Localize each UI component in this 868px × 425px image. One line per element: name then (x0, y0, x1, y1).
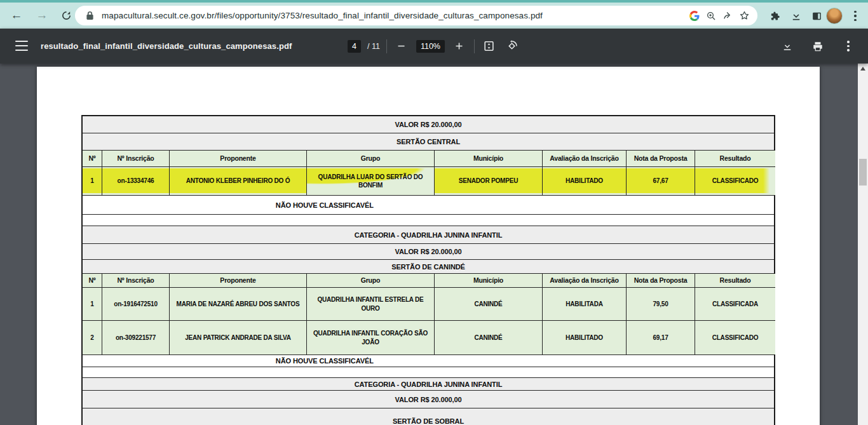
header-cell: Município (435, 274, 543, 287)
cell-text: on-309221577 (116, 334, 156, 342)
band-text: SERTÃO DE SOBRAL (83, 417, 774, 425)
results-table: VALOR R$ 20.000,00SERTÃO CENTRALNºNº Ins… (81, 115, 775, 425)
reload-button[interactable] (56, 5, 76, 25)
table-cell: CANINDÉ (435, 288, 543, 320)
header-cell: Nota da Proposta (627, 151, 695, 166)
google-g-icon[interactable] (686, 8, 703, 24)
toolbar-separator (474, 39, 475, 53)
table-cell: CLASSIFICADA (695, 288, 775, 320)
table-cell: CLASSIFICADO (695, 321, 775, 354)
cell-text: SENADOR POMPEU (459, 177, 518, 186)
column-header-text: Nota da Proposta (634, 154, 688, 163)
table-cell: JEAN PATRICK ANDRADE DA SILVA (170, 321, 307, 354)
header-cell: Proponente (170, 274, 307, 287)
spacer-row (83, 215, 774, 226)
table-cell: 1 (83, 288, 102, 320)
table-cell: 67,67 (627, 167, 695, 195)
downloads-icon[interactable] (788, 8, 804, 24)
cell-text: QUADRILHA LUAR DO SERTÃO DO BONFIM (316, 173, 425, 190)
table-cell: on-13334746 (102, 167, 170, 195)
column-header-text: Avaliação da Inscrição (550, 276, 618, 285)
zoom-level-input[interactable]: 110% (416, 40, 445, 53)
side-panel-icon[interactable] (808, 8, 825, 24)
zoom-out-button[interactable] (393, 38, 410, 55)
rotate-button[interactable] (504, 38, 520, 55)
cell-text: 79,50 (653, 300, 668, 309)
pdf-more-icon[interactable] (840, 38, 857, 55)
column-header-text: Proponente (220, 154, 255, 163)
table-cell: 1 (83, 167, 102, 195)
table-cell: 79,50 (627, 288, 695, 320)
profile-avatar[interactable] (826, 8, 843, 24)
cell-text: QUADRILHA INFANTIL CORAÇÃO SÃO JOÃO (309, 329, 432, 346)
section-band: CATEGORIA - QUADRILHA JUNINA INFANTIL (83, 226, 774, 244)
band-text: VALOR R$ 20.000,00 (83, 121, 774, 128)
header-cell: Grupo (307, 274, 435, 287)
table-cell: 2 (83, 321, 102, 354)
bookmark-star-icon[interactable] (736, 8, 752, 24)
cell-text: on-1916472510 (114, 300, 158, 309)
fit-page-button[interactable] (481, 38, 498, 55)
column-header-text: Município (473, 154, 503, 163)
cell-text: CLASSIFICADA (712, 300, 758, 309)
pdf-download-icon[interactable] (779, 38, 796, 55)
column-header-text: Resultado (720, 154, 751, 163)
header-cell: Nº Inscrição (102, 151, 170, 166)
cell-text: on-13334746 (118, 177, 154, 186)
header-cell: Resultado (695, 151, 775, 166)
scrollbar-thumb[interactable] (859, 159, 867, 186)
cell-text: 1 (90, 177, 93, 186)
table-cell: on-1916472510 (102, 288, 170, 320)
table-cell: HABILITADO (543, 167, 627, 195)
band-text: SERTÃO DE CANINDÉ (83, 263, 774, 271)
pdf-toolbar: resultado_final_infantil_diversidade_cul… (0, 29, 868, 64)
band-text: CATEGORIA - QUADRILHA JUNINA INFANTIL (83, 231, 774, 239)
zoom-in-button[interactable] (451, 38, 468, 55)
pdf-print-icon[interactable] (810, 38, 826, 55)
header-cell: Avaliação da Inscrição (543, 274, 627, 287)
table-row: 1on-1916472510MARIA DE NAZARÉ ABREU DOS … (83, 288, 774, 321)
band-text: VALOR R$ 20.000,00 (83, 396, 774, 403)
pdf-page: VALOR R$ 20.000,00SERTÃO CENTRALNºNº Ins… (37, 67, 820, 425)
scrollbar-up-arrow[interactable] (859, 65, 867, 72)
share-icon[interactable] (719, 8, 736, 24)
table-cell: 69,17 (627, 321, 695, 354)
back-button[interactable]: ← (6, 5, 27, 25)
band-text: CATEGORIA - QUADRILHA JUNINA INFANTIL (83, 381, 774, 388)
pdf-menu-icon[interactable] (15, 41, 28, 51)
zoom-page-icon[interactable] (703, 8, 719, 24)
lock-icon[interactable] (81, 8, 98, 24)
browser-menu-icon[interactable] (850, 8, 860, 24)
header-cell: Município (435, 151, 543, 166)
cell-text: 2 (90, 334, 93, 342)
cell-text: ANTONIO KLEBER PINHEIRO DO Ó (186, 177, 290, 186)
section-band: SERTÃO DE SOBRAL (83, 408, 774, 425)
spacer-row (83, 367, 774, 378)
forward-button[interactable]: → (32, 5, 52, 25)
section-band: VALOR R$ 20.000,00 (83, 244, 774, 260)
cell-text: CANINDÉ (474, 300, 502, 309)
cell-text: MARIA DE NAZARÉ ABREU DOS SANTOS (177, 300, 300, 309)
address-bar[interactable]: mapacultural.secult.ce.gov.br/files/oppo… (75, 6, 757, 25)
scrollbar[interactable] (858, 64, 868, 425)
cell-text: HABILITADO (566, 177, 603, 186)
header-cell: Avaliação da Inscrição (543, 151, 627, 166)
column-header-text: Nº Inscrição (117, 276, 154, 285)
cell-text: JEAN PATRICK ANDRADE DA SILVA (185, 334, 291, 342)
url-text[interactable]: mapacultural.secult.ce.gov.br/files/oppo… (102, 11, 686, 20)
page-number-input[interactable]: 4 (348, 40, 361, 53)
band-text: SERTÃO CENTRAL (83, 138, 774, 145)
extensions-puzzle-icon[interactable] (766, 8, 783, 24)
toolbar-separator (386, 39, 387, 53)
table-cell: HABILITADA (543, 288, 627, 320)
cell-text: CANINDÉ (474, 334, 502, 342)
column-header-text: Resultado (720, 276, 751, 285)
header-cell: Grupo (307, 151, 435, 166)
header-cell: Nº Inscrição (102, 274, 170, 287)
table-cell: SENADOR POMPEU (435, 167, 543, 195)
section-band: NÃO HOUVE CLASSIFICAVÉL (83, 196, 774, 215)
table-cell: CANINDÉ (435, 321, 543, 354)
table-cell: QUADRILHA INFANTIL CORAÇÃO SÃO JOÃO (307, 321, 435, 354)
table-row: 2on-309221577JEAN PATRICK ANDRADE DA SIL… (83, 321, 774, 355)
band-text: NÃO HOUVE CLASSIFICAVÉL (83, 357, 567, 365)
